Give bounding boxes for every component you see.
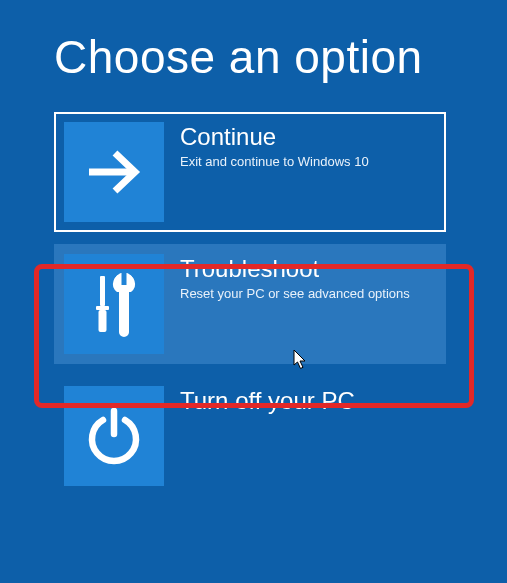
svg-rect-3 (99, 310, 107, 332)
svg-rect-2 (96, 306, 109, 310)
option-text: Continue Exit and continue to Windows 10 (180, 122, 369, 171)
option-desc: Exit and continue to Windows 10 (180, 154, 369, 171)
power-icon (64, 386, 164, 486)
svg-rect-4 (122, 272, 127, 285)
option-title: Troubleshoot (180, 256, 410, 282)
option-troubleshoot[interactable]: Troubleshoot Reset your PC or see advanc… (54, 244, 446, 364)
option-title: Continue (180, 124, 369, 150)
svg-rect-1 (100, 276, 105, 306)
option-continue[interactable]: Continue Exit and continue to Windows 10 (54, 112, 446, 232)
option-turnoff[interactable]: Turn off your PC (54, 376, 446, 496)
options-list: Continue Exit and continue to Windows 10 (0, 112, 507, 496)
option-text: Turn off your PC (180, 386, 355, 418)
option-text: Troubleshoot Reset your PC or see advanc… (180, 254, 410, 303)
page-title: Choose an option (54, 30, 507, 84)
tools-icon (64, 254, 164, 354)
option-title: Turn off your PC (180, 388, 355, 414)
arrow-right-icon (64, 122, 164, 222)
option-desc: Reset your PC or see advanced options (180, 286, 410, 303)
